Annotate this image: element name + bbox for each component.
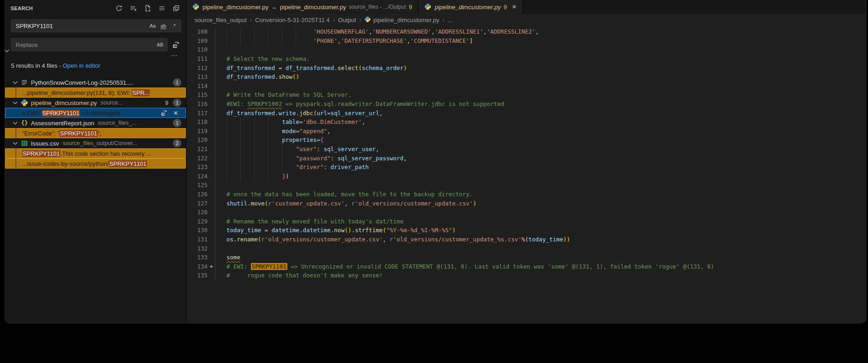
indent-guide	[226, 172, 240, 181]
code-token: strftime	[355, 227, 383, 234]
file-path-description: source_files_output/Conver...	[63, 140, 137, 146]
code-token: )	[452, 227, 456, 234]
indent-guide	[282, 27, 296, 36]
line-number: 112	[186, 64, 208, 71]
match-highlight: SPR...	[132, 89, 150, 96]
search-result-file-row[interactable]: pipeline_dimcustomer.pysource...91	[5, 98, 186, 108]
indent-guide	[240, 117, 254, 127]
search-result-match-row[interactable]: ...pipeline_dimcustomer.py(131, 6): EWI:…	[5, 88, 186, 98]
breadcrumb-label: pipeline_dimcustomer.py	[373, 17, 439, 23]
search-result-file-row[interactable]: {}AssessmentReport.jsonsource_files_...1	[5, 118, 186, 128]
code-token: ,	[379, 110, 383, 117]
code-content: df_transformed.show()	[215, 72, 299, 82]
open-in-editor-link[interactable]: Open in editor	[63, 62, 101, 69]
code-line: 123"driver": driver_path	[186, 163, 866, 172]
search-result-match-row[interactable]: # EWI: SPRKPY1101 => Unrecogniz...✕	[5, 108, 186, 118]
code-token: jdbc	[299, 110, 313, 117]
code-token: ,	[345, 200, 351, 207]
code-token: #EWI:	[226, 100, 247, 107]
code-token: shutil	[226, 200, 247, 207]
breadcrumb-label: Conversion-5-31-2025T11 4	[255, 17, 330, 23]
code-token: 'NUMBERCARSOWNED'	[372, 28, 431, 35]
more-actions-icon[interactable]: ⋯	[171, 53, 178, 58]
breadcrumb-item[interactable]: source_files_output	[195, 17, 247, 23]
code-content: # Write the DataFrame to SQL Server.	[215, 90, 351, 100]
code-token: )	[473, 200, 476, 207]
search-result-match-row[interactable]: SPRKPY1101,This code section has recover…	[5, 148, 186, 158]
match-row-actions: ✕	[160, 109, 185, 117]
search-result-file-row[interactable]: PythonSnowConvert-Log-20250531....1	[5, 77, 186, 88]
chevron-down-icon[interactable]	[12, 79, 19, 86]
code-content: shutil.move(r'customer_update.csv', r'ol…	[215, 199, 476, 208]
code-token: "driver"	[296, 164, 323, 170]
code-token: }	[282, 173, 285, 180]
code-token: sql_server_user	[324, 146, 376, 152]
code-token: => pyspark.sql.readwriter.DataFrameWrite…	[282, 100, 504, 107]
code-line: 128	[186, 208, 866, 217]
breadcrumb-item[interactable]: Output	[338, 17, 356, 23]
results-summary: 5 results in 4 files - Open in editor	[5, 58, 186, 71]
problems-count: 9	[165, 100, 168, 106]
code-content: })	[215, 172, 289, 181]
search-result-file-row[interactable]: Issues.csvsource_files_output/Conver...2	[5, 138, 186, 148]
line-number: 118	[186, 118, 208, 125]
regex-icon[interactable]: .*	[169, 21, 178, 30]
indent-guide	[254, 27, 268, 36]
toggle-replace-chevron-icon[interactable]	[5, 47, 11, 54]
line-number: 110	[186, 46, 208, 53]
vscode-window: SEARCH Aaab.* AB ⋯ 5 results in 4 files …	[5, 0, 866, 323]
indent-guide	[268, 27, 282, 36]
indent-guide	[226, 127, 240, 136]
collapse-all-icon[interactable]	[172, 4, 180, 12]
dismiss-icon[interactable]: ✕	[172, 109, 179, 117]
tab[interactable]: pipeline_dimcustomer.py↔pipeline_dimcust…	[186, 0, 418, 14]
breadcrumb-item[interactable]: Conversion-5-31-2025T11 4	[255, 17, 330, 23]
breadcrumb-separator: ›	[359, 17, 361, 23]
code-token: # Select the new schema.	[226, 55, 310, 62]
code-line: 108'HOUSEOWNERFLAG','NUMBERCARSOWNED','A…	[186, 27, 866, 36]
match-case-icon[interactable]: Aa	[148, 21, 157, 30]
code-line: 112df_transformed = df_transformed.selec…	[186, 63, 866, 72]
breadcrumb-separator: ›	[333, 17, 335, 23]
tab-description: source_files - .../Output	[349, 4, 406, 10]
close-icon[interactable]: ✕	[512, 4, 517, 10]
clear-search-results-icon[interactable]	[129, 4, 137, 12]
preserve-case-icon[interactable]: AB	[155, 40, 165, 49]
chevron-down-icon[interactable]	[12, 119, 19, 127]
results-count-text: 5 results in 4 files	[11, 62, 57, 69]
refresh-icon[interactable]	[115, 4, 123, 12]
search-input[interactable]	[16, 23, 147, 29]
breadcrumb-item[interactable]: ...	[448, 17, 453, 23]
code-content	[215, 82, 226, 91]
code-token: "user"	[296, 146, 316, 152]
search-result-match-row[interactable]: ...issue-codes-by-source/python/SPRKPY11…	[5, 158, 186, 169]
code-content: "driver": driver_path	[215, 163, 369, 172]
replace-input[interactable]	[16, 41, 154, 48]
indent-guide	[282, 36, 296, 46]
view-as-list-icon[interactable]	[158, 4, 166, 12]
breadcrumb-item[interactable]: pipeline_dimcustomer.py	[364, 16, 439, 24]
code-line: 113df_transformed.show()	[186, 72, 866, 82]
line-number: 135	[186, 272, 208, 279]
editor-code-area[interactable]: 108'HOUSEOWNERFLAG','NUMBERCARSOWNED','A…	[186, 26, 866, 323]
search-inputs: Aaab.* AB	[5, 17, 186, 51]
chevron-down-icon[interactable]	[12, 99, 19, 106]
code-token: 'ADDRESSLINE2'	[487, 28, 535, 35]
code-token: ,	[369, 28, 373, 35]
tab-active[interactable]: pipeline_dimcustomer.py9✕	[418, 0, 523, 14]
replace-all-button[interactable]	[170, 39, 181, 50]
whole-word-icon[interactable]: ab	[159, 21, 168, 30]
code-token: some	[226, 254, 240, 261]
python-icon	[192, 3, 200, 11]
search-result-match-row[interactable]: "ErrorCode": "SPRKPY1101",	[5, 128, 186, 138]
code-line: 120properties={	[186, 135, 866, 145]
chevron-down-icon[interactable]	[12, 140, 19, 147]
open-new-search-editor-icon[interactable]	[143, 4, 152, 12]
indent-guide	[254, 36, 268, 46]
code-token: 'ADDRESSLINE1'	[435, 28, 483, 35]
code-line: 132	[186, 244, 866, 253]
line-number: 113	[186, 73, 208, 80]
replace-icon[interactable]	[160, 109, 167, 117]
code-token: schema_order	[362, 64, 404, 71]
line-number: 121	[186, 146, 208, 152]
